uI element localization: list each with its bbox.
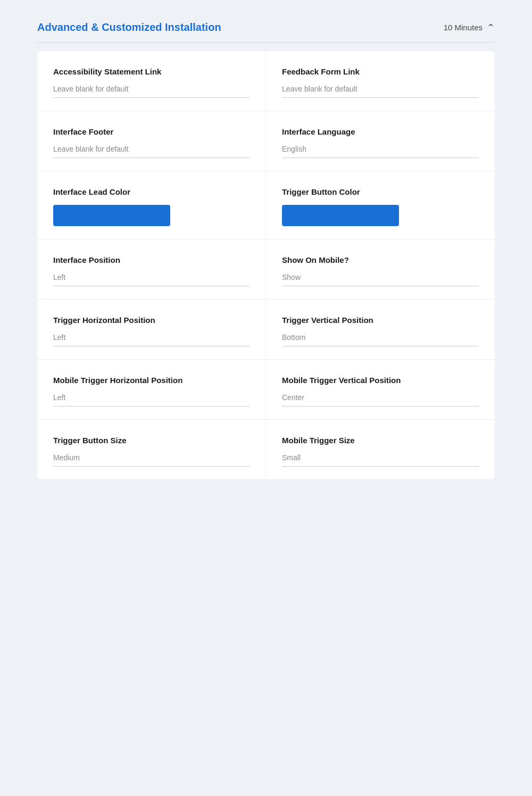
field-label: Mobile Trigger Vertical Position <box>282 375 479 386</box>
field-cell: Feedback Form LinkLeave blank for defaul… <box>266 51 495 111</box>
field-cell: Interface Lead Color <box>37 171 266 239</box>
page-container: Advanced & Customized Installation 10 Mi… <box>27 11 505 480</box>
field-value[interactable]: Medium <box>53 453 250 467</box>
field-cell: Interface LanguageEnglish <box>266 111 495 171</box>
field-cell: Trigger Horizontal PositionLeft <box>37 300 266 360</box>
field-label: Trigger Button Size <box>53 435 250 446</box>
field-cell: Mobile Trigger Horizontal PositionLeft <box>37 360 266 420</box>
field-cell: Mobile Trigger SizeSmall <box>266 420 495 480</box>
field-label: Show On Mobile? <box>282 254 479 266</box>
field-label: Interface Language <box>282 126 479 137</box>
field-value[interactable]: Bottom <box>282 333 479 346</box>
field-value[interactable]: Left <box>53 393 250 407</box>
field-label: Accessibility Statement Link <box>53 66 250 77</box>
field-value[interactable]: Left <box>53 333 250 346</box>
field-value[interactable]: Show <box>282 273 479 286</box>
field-label: Mobile Trigger Size <box>282 435 479 446</box>
field-label: Interface Footer <box>53 126 250 137</box>
field-cell: Show On Mobile?Show <box>266 239 495 300</box>
settings-card: Accessibility Statement LinkLeave blank … <box>37 51 495 480</box>
color-swatch[interactable] <box>282 205 399 226</box>
field-value[interactable]: Leave blank for default <box>53 145 250 158</box>
field-label: Interface Position <box>53 254 250 266</box>
field-cell: Interface FooterLeave blank for default <box>37 111 266 171</box>
header-meta: 10 Minutes ⌃ <box>444 22 495 34</box>
field-value[interactable]: Small <box>282 453 479 467</box>
field-label: Trigger Vertical Position <box>282 314 479 326</box>
field-value[interactable]: English <box>282 145 479 158</box>
field-label: Interface Lead Color <box>53 186 250 197</box>
field-label: Mobile Trigger Horizontal Position <box>53 375 250 386</box>
field-cell: Trigger Button SizeMedium <box>37 420 266 480</box>
field-cell: Trigger Button Color <box>266 171 495 239</box>
field-label: Trigger Button Color <box>282 186 479 197</box>
field-label: Trigger Horizontal Position <box>53 314 250 326</box>
section-title: Advanced & Customized Installation <box>37 21 221 34</box>
field-value[interactable]: Left <box>53 273 250 286</box>
field-cell: Trigger Vertical PositionBottom <box>266 300 495 360</box>
field-value[interactable]: Leave blank for default <box>282 85 479 98</box>
fields-grid: Accessibility Statement LinkLeave blank … <box>37 51 495 480</box>
field-cell: Interface PositionLeft <box>37 239 266 300</box>
field-cell: Accessibility Statement LinkLeave blank … <box>37 51 266 111</box>
field-cell: Mobile Trigger Vertical PositionCenter <box>266 360 495 420</box>
duration-label: 10 Minutes <box>444 23 483 32</box>
color-swatch[interactable] <box>53 205 170 226</box>
field-value[interactable]: Center <box>282 393 479 407</box>
section-header: Advanced & Customized Installation 10 Mi… <box>37 11 495 43</box>
field-label: Feedback Form Link <box>282 66 479 77</box>
field-value[interactable]: Leave blank for default <box>53 85 250 98</box>
collapse-icon[interactable]: ⌃ <box>487 22 495 34</box>
